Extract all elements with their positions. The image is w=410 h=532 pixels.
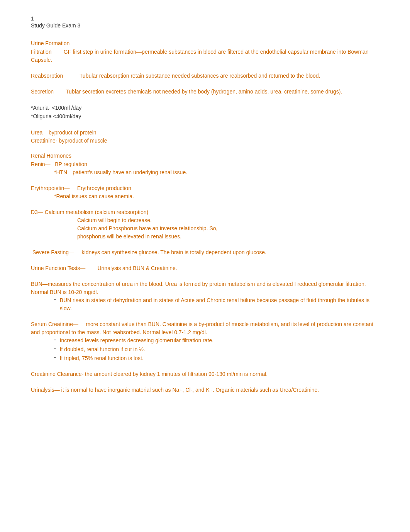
urine-formation-title: Urine Formation (31, 40, 379, 46)
renal-hormones-section: Renal Hormones Renin— BP regulation *HTN… (31, 153, 379, 177)
severe-fasting-line: Severe Fasting— kidneys can synthesize g… (31, 248, 379, 257)
urine-function-line: Urine Function Tests— Urinalysis and BUN… (31, 264, 379, 272)
serum-bullet-text-3: If tripled, 75% renal function is lost. (60, 354, 144, 362)
serum-creatinine-section: Serum Creatinine— more constant value th… (31, 320, 379, 362)
secretion-section: Secretion Tublar secretion excretes chem… (31, 88, 379, 96)
bun-bullet-1: - BUN rises in states of dehydration and… (54, 296, 379, 313)
urine-function-text: Urinalysis and BUN & Creatinine. (97, 265, 177, 271)
d3-section: D3— Calcium metabolism (calcium reabsorp… (31, 208, 379, 241)
study-guide-title: Study Guide Exam 3 (31, 22, 379, 29)
anuria-oliguria-section: *Anuria- <100ml /day *Oliguria <400ml/da… (31, 104, 379, 121)
erythropoietin-text: Erythrocyte production (77, 185, 131, 191)
bullet-dash-4: - (54, 354, 56, 362)
filtration-text: GF first step in urine formation—permeab… (31, 49, 369, 63)
bun-main-line: BUN—measures the concentration of urea i… (31, 280, 379, 296)
creatinine-clearance-label: Creatinine Clearance- (31, 371, 83, 377)
urea-creatinine-section: Urea – byproduct of protein Creatinine- … (31, 129, 379, 145)
serum-bullet-text-1: Increased levels represents decreasing g… (60, 337, 213, 345)
oliguria-line: *Oliguria <400ml/day (31, 112, 379, 121)
renin-line: Renin— BP regulation (31, 160, 379, 168)
d3-text: Calcium metabolism (calcium reabsorption… (45, 209, 148, 215)
secretion-text: Tublar secretion excretes chemicals not … (66, 88, 342, 95)
renin-label: Renin— (31, 161, 51, 167)
anuria-line: *Anuria- <100ml /day (31, 104, 379, 112)
page-number: 1 (31, 15, 379, 22)
severe-fasting-section: Severe Fasting— kidneys can synthesize g… (31, 248, 379, 257)
urinalysis-section: Urinalysis— it is normal to have inorgan… (31, 386, 379, 394)
severe-fasting-text: kidneys can synthesize glucose. The brai… (82, 249, 266, 255)
secretion-line: Secretion Tublar secretion excretes chem… (31, 88, 379, 96)
creatinine-clearance-section: Creatinine Clearance- the amount cleared… (31, 370, 379, 378)
serum-bullet-text-2: If doubled, renal function if cut in ½. (60, 345, 145, 354)
bun-label: BUN (31, 281, 42, 287)
urine-formation-section: Urine Formation Filtration GF first step… (31, 40, 379, 64)
d3-note2: Calcium and Phosphorus have an inverse r… (77, 224, 379, 233)
erythropoietin-note: *Renal issues can cause anemia. (54, 192, 379, 201)
creatinine-muscle-line: Creatinine- byproduct of muscle (31, 137, 379, 145)
d3-note3: phosphorus will be elevated in renal iss… (77, 233, 379, 241)
bullet-dash-2: - (54, 337, 56, 345)
urinalysis-label: Urinalysis— (31, 387, 60, 393)
urine-function-section: Urine Function Tests— Urinalysis and BUN… (31, 264, 379, 272)
serum-main-line: Serum Creatinine— more constant value th… (31, 320, 379, 337)
reabsorption-section: Reabsorption Tubular reabsorption retain… (31, 72, 379, 80)
d3-note1: Calcium will begin to decrease. (77, 216, 379, 224)
d3-line: D3— Calcium metabolism (calcium reabsorp… (31, 208, 379, 216)
serum-text: more constant value than BUN. Creatinine… (31, 321, 373, 335)
erythropoietin-line: Erythropoietin— Erythrocyte production (31, 184, 379, 192)
bun-text: —measures the concentration of urea in t… (31, 281, 366, 295)
serum-bullet-2: - If doubled, renal function if cut in ½… (54, 345, 379, 354)
bun-section: BUN—measures the concentration of urea i… (31, 280, 379, 313)
urine-function-label: Urine Function Tests— (31, 265, 85, 271)
erythropoietin-section: Erythropoietin— Erythrocyte production *… (31, 184, 379, 201)
renin-note: *HTN—patient's usually have an underlyin… (54, 168, 379, 177)
d3-label: D3— (31, 209, 43, 215)
bullet-dash-3: - (54, 345, 56, 354)
reabsorption-text: Tubular reabsorption retain substance ne… (80, 73, 320, 79)
severe-fasting-label: Severe Fasting— (32, 249, 74, 255)
reabsorption-line: Reabsorption Tubular reabsorption retain… (31, 72, 379, 80)
urinalysis-line: Urinalysis— it is normal to have inorgan… (31, 386, 379, 394)
serum-label: Serum Creatinine— (31, 321, 78, 327)
urea-line: Urea – byproduct of protein (31, 129, 379, 137)
serum-bullet-1: - Increased levels represents decreasing… (54, 337, 379, 345)
renin-text: BP regulation (55, 161, 87, 167)
filtration-line: Filtration GF first step in urine format… (31, 48, 379, 64)
filtration-label: Filtration (31, 49, 52, 55)
serum-bullet-3: - If tripled, 75% renal function is lost… (54, 354, 379, 362)
reabsorption-label: Reabsorption (31, 73, 63, 79)
bullet-dash-1: - (54, 296, 56, 313)
creatinine-clearance-text: the amount cleared by kidney 1 minutes o… (85, 371, 268, 377)
secretion-label: Secretion (31, 88, 54, 95)
creatinine-clearance-line: Creatinine Clearance- the amount cleared… (31, 370, 379, 378)
renal-hormones-title: Renal Hormones (31, 153, 379, 159)
bun-bullet-text-1: BUN rises in states of dehydration and i… (60, 296, 379, 313)
urinalysis-text: it is normal to have inorganic material … (61, 387, 319, 393)
erythropoietin-label: Erythropoietin— (31, 185, 69, 191)
